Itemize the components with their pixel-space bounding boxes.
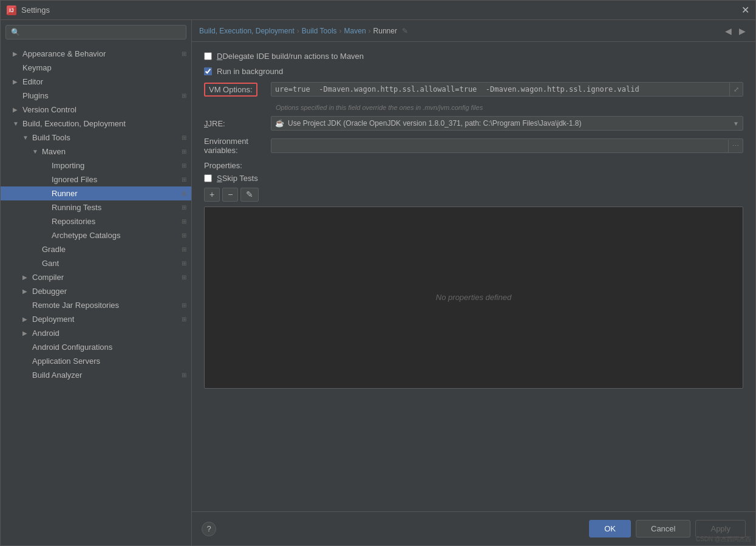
- tree-arrow-gradle: [32, 246, 39, 253]
- search-icon: 🔍: [11, 28, 20, 36]
- tree-item-plugins[interactable]: Plugins⊞: [1, 89, 191, 103]
- jre-row: JJRE: ☕ Use Project JDK (Oracle OpenJDK …: [204, 116, 743, 131]
- env-vars-row: Environment variables: ⋯: [204, 137, 743, 155]
- search-input[interactable]: [22, 28, 181, 36]
- breadcrumb-current: Runner: [373, 27, 397, 35]
- tree-ext-icon-build-tools: ⊞: [182, 134, 186, 141]
- tree-item-debugger[interactable]: ▶Debugger: [1, 284, 191, 298]
- tree-ext-icon-gant: ⊞: [182, 260, 186, 267]
- nav-back-button[interactable]: ◀: [723, 25, 734, 37]
- tree-item-remote-jar[interactable]: Remote Jar Repositories⊞: [1, 298, 191, 312]
- tree-item-ignored-files[interactable]: Ignored Files⊞: [1, 172, 191, 186]
- tree-item-build-exec[interactable]: ▼Build, Execution, Deployment: [1, 117, 191, 131]
- tree-item-gant[interactable]: Gant⊞: [1, 256, 191, 270]
- tree-item-android-config[interactable]: Android Configurations: [1, 340, 191, 354]
- search-box[interactable]: 🔍: [5, 25, 186, 39]
- env-vars-input[interactable]: [271, 139, 728, 152]
- tree-arrow-running-tests: [42, 204, 49, 211]
- tree-item-running-tests[interactable]: Running Tests⊞: [1, 200, 191, 214]
- tree-arrow-plugins: [13, 92, 20, 100]
- breadcrumb-edit-icon[interactable]: ✎: [402, 27, 408, 35]
- run-background-checkbox[interactable]: [204, 67, 212, 75]
- tree-item-keymap[interactable]: Keymap: [1, 61, 191, 75]
- tree-label-ignored-files: Ignored Files: [52, 175, 97, 184]
- tree-label-importing: Importing: [52, 161, 84, 170]
- tree-label-editor: Editor: [22, 77, 43, 86]
- tree-item-build-tools[interactable]: ▼Build Tools⊞: [1, 131, 191, 145]
- tree-item-repositories[interactable]: Repositories⊞: [1, 214, 191, 228]
- tree-ext-icon-appearance: ⊞: [182, 50, 186, 57]
- tree-ext-icon-remote-jar: ⊞: [182, 302, 186, 309]
- jre-label: JJRE:: [204, 119, 271, 128]
- tree-item-runner[interactable]: Runner⊞: [1, 186, 191, 200]
- tree-label-deployment: Deployment: [32, 315, 74, 324]
- vm-expand-button[interactable]: ⤢: [729, 83, 743, 96]
- tree-item-deployment[interactable]: ▶Deployment⊞: [1, 312, 191, 326]
- run-background-label: Run in background: [217, 67, 283, 76]
- tree-item-appearance[interactable]: ▶Appearance & Behavior⊞: [1, 47, 191, 61]
- tree-item-gradle[interactable]: Gradle⊞: [1, 242, 191, 256]
- tree-item-editor[interactable]: ▶Editor: [1, 75, 191, 89]
- main-content: 🔍 ▶Appearance & Behavior⊞Keymap▶EditorPl…: [1, 20, 755, 545]
- env-browse-button[interactable]: ⋯: [728, 140, 743, 152]
- tree-label-remote-jar: Remote Jar Repositories: [32, 301, 119, 310]
- edit-property-button[interactable]: ✎: [240, 188, 259, 202]
- tree-ext-icon-runner: ⊞: [182, 190, 186, 197]
- breadcrumb-sep-1: ›: [339, 27, 342, 35]
- nav-forward-button[interactable]: ▶: [737, 25, 748, 37]
- tree-item-importing[interactable]: Importing⊞: [1, 159, 191, 172]
- tree-arrow-gant: [32, 260, 39, 267]
- jre-select[interactable]: ☕ Use Project JDK (Oracle OpenJDK versio…: [271, 116, 743, 131]
- tree-label-gradle: Gradle: [42, 245, 66, 254]
- breadcrumb-nav: ◀ ▶: [723, 25, 748, 37]
- tree-item-app-servers[interactable]: Application Servers: [1, 354, 191, 368]
- tree-label-build-analyzer: Build Analyzer: [32, 370, 82, 380]
- close-button[interactable]: ✕: [741, 5, 749, 15]
- tree-label-android-config: Android Configurations: [32, 343, 112, 352]
- watermark: CSDN @杰西阿杰西: [696, 535, 751, 544]
- tree-arrow-archetype-catalogs: [42, 232, 49, 239]
- cancel-button[interactable]: Cancel: [636, 520, 690, 537]
- vm-options-input[interactable]: [271, 83, 729, 96]
- help-button[interactable]: ?: [202, 522, 216, 536]
- skip-tests-checkbox[interactable]: [204, 174, 212, 182]
- panel-content: DDelegate IDE build/run actions to Maven…: [192, 42, 755, 511]
- tree-arrow-debugger: ▶: [22, 288, 30, 295]
- breadcrumb-sep-2: ›: [369, 27, 371, 35]
- skip-tests-row: SSkip Tests: [204, 174, 743, 183]
- app-icon: IJ: [7, 5, 16, 15]
- vm-options-row: VM Options: ⤢: [204, 82, 743, 97]
- delegate-checkbox-row: DDelegate IDE build/run actions to Maven: [204, 52, 743, 61]
- breadcrumb-sep-0: ›: [297, 27, 299, 35]
- tree-item-maven[interactable]: ▼Maven⊞: [1, 145, 191, 159]
- add-property-button[interactable]: +: [204, 188, 220, 202]
- tree-ext-icon-plugins: ⊞: [182, 92, 186, 99]
- tree-item-archetype-catalogs[interactable]: Archetype Catalogs⊞: [1, 228, 191, 242]
- tree-arrow-keymap: [13, 64, 20, 72]
- tree-label-running-tests: Running Tests: [52, 203, 101, 212]
- tree-container: ▶Appearance & Behavior⊞Keymap▶EditorPlug…: [1, 44, 191, 545]
- breadcrumb-item-1[interactable]: Build Tools: [302, 27, 337, 35]
- ok-button[interactable]: OK: [589, 520, 631, 537]
- right-panel: Build, Execution, Deployment › Build Too…: [192, 20, 755, 545]
- tree-item-compiler[interactable]: ▶Compiler⊞: [1, 270, 191, 284]
- tree-ext-icon-importing: ⊞: [182, 162, 186, 169]
- tree-arrow-android: ▶: [22, 330, 30, 337]
- breadcrumb-item-0[interactable]: Build, Execution, Deployment: [199, 27, 295, 35]
- env-input-wrapper: ⋯: [271, 138, 743, 153]
- tree-item-android[interactable]: ▶Android: [1, 326, 191, 340]
- tree-arrow-app-servers: [22, 358, 30, 365]
- tree-ext-icon-running-tests: ⊞: [182, 204, 186, 211]
- breadcrumb-item-2[interactable]: Maven: [344, 27, 366, 35]
- tree-ext-icon-gradle: ⊞: [182, 246, 186, 253]
- remove-property-button[interactable]: −: [222, 188, 238, 202]
- delegate-checkbox[interactable]: [204, 52, 212, 60]
- tree-item-build-analyzer[interactable]: Build Analyzer⊞: [1, 368, 191, 382]
- tree-item-vcs[interactable]: ▶Version Control: [1, 103, 191, 117]
- jre-arrow-icon: ▼: [733, 120, 739, 127]
- tree-arrow-runner: [42, 190, 49, 197]
- properties-label: Properties:: [204, 161, 743, 170]
- vm-options-hint: Options specified in this field override…: [204, 103, 743, 116]
- tree-arrow-compiler: ▶: [22, 274, 30, 281]
- tree-ext-icon-archetype-catalogs: ⊞: [182, 232, 186, 239]
